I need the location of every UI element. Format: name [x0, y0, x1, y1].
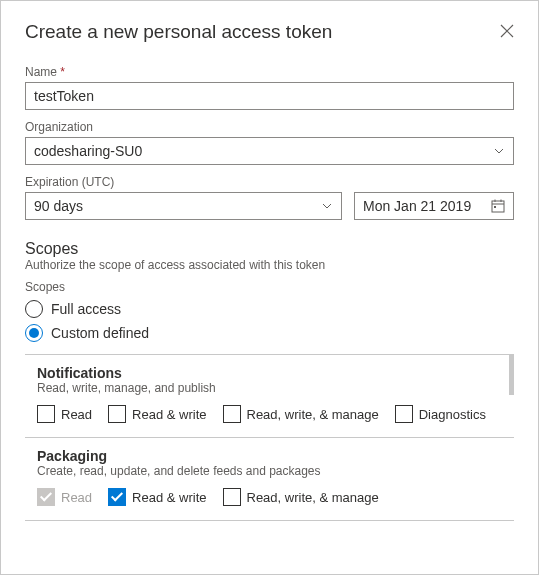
expiration-label: Expiration (UTC) — [25, 175, 514, 189]
scope-section-title: Notifications — [37, 365, 502, 381]
scope-section-desc: Create, read, update, and delete feeds a… — [37, 464, 502, 478]
expiration-date-picker[interactable]: Mon Jan 21 2019 — [354, 192, 514, 220]
scope-section: PackagingCreate, read, update, and delet… — [25, 438, 514, 521]
scopes-subheading: Authorize the scope of access associated… — [25, 258, 514, 272]
name-label-text: Name — [25, 65, 57, 79]
name-label: Name * — [25, 65, 514, 79]
scope-checkbox-label: Read — [61, 490, 92, 505]
scope-checkbox-row: ReadRead & writeRead, write, & manageDia… — [37, 405, 502, 423]
scope-checkbox[interactable]: Read & write — [108, 405, 206, 423]
checkbox-icon — [37, 405, 55, 423]
panel-header: Create a new personal access token — [25, 21, 514, 43]
radio-icon — [25, 324, 43, 342]
scopes-heading: Scopes — [25, 240, 514, 258]
scope-section-title: Packaging — [37, 448, 502, 464]
chevron-down-icon — [493, 145, 505, 157]
close-button[interactable] — [500, 23, 514, 41]
checkbox-icon — [223, 405, 241, 423]
scope-checkbox[interactable]: Read — [37, 405, 92, 423]
scopes-group-label: Scopes — [25, 280, 514, 294]
required-asterisk: * — [60, 65, 65, 79]
expiration-select[interactable]: 90 days — [25, 192, 342, 220]
scope-checkbox: Read — [37, 488, 92, 506]
expiration-row: 90 days Mon Jan 21 2019 — [25, 192, 514, 220]
svg-rect-0 — [492, 201, 504, 212]
checkbox-checked-icon — [37, 488, 55, 506]
checkbox-icon — [395, 405, 413, 423]
scope-checkbox[interactable]: Read, write, & manage — [223, 488, 379, 506]
radio-label: Full access — [51, 301, 121, 317]
scope-checkbox-label: Read & write — [132, 490, 206, 505]
create-token-panel: Create a new personal access token Name … — [0, 0, 539, 575]
scope-checkbox[interactable]: Read, write, & manage — [223, 405, 379, 423]
checkbox-icon — [108, 405, 126, 423]
close-icon — [500, 22, 514, 42]
scope-checkbox-row: ReadRead & writeRead, write, & manage — [37, 488, 502, 506]
svg-rect-4 — [494, 206, 496, 208]
checkbox-icon — [223, 488, 241, 506]
scope-checkbox-label: Read & write — [132, 407, 206, 422]
panel-title: Create a new personal access token — [25, 21, 332, 43]
scope-radio-custom-defined[interactable]: Custom defined — [25, 324, 514, 342]
organization-value: codesharing-SU0 — [34, 143, 142, 159]
organization-label: Organization — [25, 120, 514, 134]
scope-checkbox-label: Read, write, & manage — [247, 407, 379, 422]
scope-checkbox[interactable]: Diagnostics — [395, 405, 486, 423]
scope-section: NotificationsRead, write, manage, and pu… — [25, 355, 514, 438]
radio-icon — [25, 300, 43, 318]
scrollbar-thumb[interactable] — [509, 355, 514, 395]
organization-select[interactable]: codesharing-SU0 — [25, 137, 514, 165]
scope-checkbox[interactable]: Read & write — [108, 488, 206, 506]
scope-radio-full-access[interactable]: Full access — [25, 300, 514, 318]
chevron-down-icon — [321, 200, 333, 212]
expiration-date-value: Mon Jan 21 2019 — [363, 198, 471, 214]
name-input[interactable] — [25, 82, 514, 110]
scope-checkbox-label: Read — [61, 407, 92, 422]
scope-section-desc: Read, write, manage, and publish — [37, 381, 502, 395]
scrollbar[interactable] — [509, 355, 514, 572]
scope-checkbox-label: Read, write, & manage — [247, 490, 379, 505]
calendar-icon — [491, 199, 505, 213]
scope-list: NotificationsRead, write, manage, and pu… — [25, 354, 514, 572]
radio-label: Custom defined — [51, 325, 149, 341]
checkbox-checked-icon — [108, 488, 126, 506]
scope-checkbox-label: Diagnostics — [419, 407, 486, 422]
expiration-value: 90 days — [34, 198, 83, 214]
